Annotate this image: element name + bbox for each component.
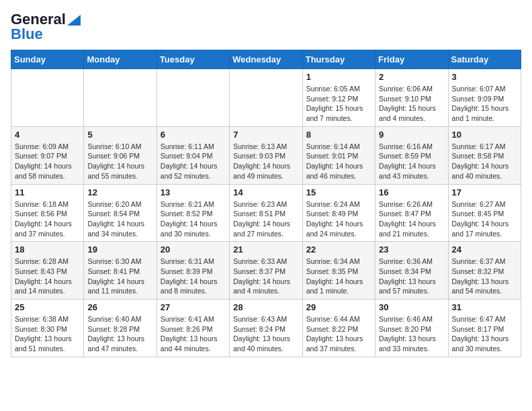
day-info: Sunrise: 6:13 AMSunset: 9:03 PMDaylight:…	[233, 142, 298, 181]
day-number: 2	[379, 72, 444, 82]
day-info: Sunrise: 6:23 AMSunset: 8:51 PMDaylight:…	[233, 199, 298, 239]
weekday-header-saturday: Saturday	[448, 50, 521, 69]
day-number: 3	[452, 72, 517, 82]
calendar-body: 1Sunrise: 6:05 AMSunset: 9:12 PMDaylight…	[11, 69, 521, 357]
calendar-cell: 30Sunrise: 6:46 AMSunset: 8:20 PMDayligh…	[375, 300, 448, 357]
logo-blue: Blue	[11, 26, 81, 43]
calendar-cell: 31Sunrise: 6:47 AMSunset: 8:17 PMDayligh…	[448, 300, 521, 357]
calendar-week-row: 11Sunrise: 6:18 AMSunset: 8:56 PMDayligh…	[11, 184, 521, 242]
calendar-cell: 4Sunrise: 6:09 AMSunset: 9:07 PMDaylight…	[11, 126, 84, 184]
calendar-cell: 8Sunrise: 6:14 AMSunset: 9:01 PMDaylight…	[302, 126, 375, 184]
calendar-week-row: 4Sunrise: 6:09 AMSunset: 9:07 PMDaylight…	[11, 126, 521, 184]
day-info: Sunrise: 6:31 AMSunset: 8:39 PMDaylight:…	[161, 257, 226, 296]
day-number: 30	[379, 302, 444, 312]
day-number: 13	[161, 187, 226, 197]
weekday-header-sunday: Sunday	[11, 50, 84, 69]
day-number: 1	[306, 72, 371, 82]
logo: General Blue	[11, 11, 81, 43]
day-number: 10	[452, 130, 517, 140]
calendar-cell: 12Sunrise: 6:20 AMSunset: 8:54 PMDayligh…	[84, 184, 157, 242]
logo-icon	[67, 15, 81, 26]
day-info: Sunrise: 6:27 AMSunset: 8:45 PMDaylight:…	[452, 199, 517, 239]
calendar-table: SundayMondayTuesdayWednesdayThursdayFrid…	[11, 50, 521, 357]
calendar-cell: 9Sunrise: 6:16 AMSunset: 8:59 PMDaylight…	[375, 126, 448, 184]
calendar-cell: 15Sunrise: 6:24 AMSunset: 8:49 PMDayligh…	[302, 184, 375, 242]
calendar-cell	[11, 69, 84, 127]
calendar-cell: 27Sunrise: 6:41 AMSunset: 8:26 PMDayligh…	[157, 300, 229, 357]
day-number: 27	[161, 302, 226, 312]
day-info: Sunrise: 6:28 AMSunset: 8:43 PMDaylight:…	[15, 257, 80, 296]
calendar-cell	[157, 69, 229, 127]
day-info: Sunrise: 6:40 AMSunset: 8:28 PMDaylight:…	[87, 314, 152, 354]
day-number: 26	[87, 302, 152, 312]
weekday-header-thursday: Thursday	[302, 50, 375, 69]
day-number: 18	[15, 244, 80, 255]
day-info: Sunrise: 6:06 AMSunset: 9:10 PMDaylight:…	[379, 84, 444, 124]
calendar-cell: 14Sunrise: 6:23 AMSunset: 8:51 PMDayligh…	[230, 184, 302, 242]
weekday-header-friday: Friday	[375, 50, 448, 69]
weekday-header-monday: Monday	[84, 50, 157, 69]
calendar-cell: 18Sunrise: 6:28 AMSunset: 8:43 PMDayligh…	[11, 242, 84, 300]
day-number: 25	[15, 302, 80, 312]
day-info: Sunrise: 6:41 AMSunset: 8:26 PMDaylight:…	[161, 314, 226, 354]
day-info: Sunrise: 6:46 AMSunset: 8:20 PMDaylight:…	[379, 314, 444, 354]
day-info: Sunrise: 6:33 AMSunset: 8:37 PMDaylight:…	[233, 257, 298, 296]
calendar-cell: 5Sunrise: 6:10 AMSunset: 9:06 PMDaylight…	[84, 126, 157, 184]
day-number: 22	[306, 244, 371, 255]
day-info: Sunrise: 6:24 AMSunset: 8:49 PMDaylight:…	[306, 199, 371, 239]
day-number: 19	[87, 244, 152, 255]
day-info: Sunrise: 6:43 AMSunset: 8:24 PMDaylight:…	[233, 314, 298, 354]
calendar-cell	[84, 69, 157, 127]
day-info: Sunrise: 6:34 AMSunset: 8:35 PMDaylight:…	[306, 257, 371, 296]
calendar-cell: 7Sunrise: 6:13 AMSunset: 9:03 PMDaylight…	[230, 126, 302, 184]
calendar-cell: 26Sunrise: 6:40 AMSunset: 8:28 PMDayligh…	[84, 300, 157, 357]
day-number: 17	[452, 187, 517, 197]
day-number: 11	[15, 187, 80, 197]
weekday-header-tuesday: Tuesday	[157, 50, 229, 69]
calendar-cell: 11Sunrise: 6:18 AMSunset: 8:56 PMDayligh…	[11, 184, 84, 242]
day-number: 8	[306, 130, 371, 140]
calendar-cell: 16Sunrise: 6:26 AMSunset: 8:47 PMDayligh…	[375, 184, 448, 242]
calendar-cell: 20Sunrise: 6:31 AMSunset: 8:39 PMDayligh…	[157, 242, 229, 300]
day-number: 21	[233, 244, 298, 255]
day-number: 24	[452, 244, 517, 255]
calendar-cell: 13Sunrise: 6:21 AMSunset: 8:52 PMDayligh…	[157, 184, 229, 242]
calendar-cell: 10Sunrise: 6:17 AMSunset: 8:58 PMDayligh…	[448, 126, 521, 184]
day-number: 29	[306, 302, 371, 312]
day-number: 31	[452, 302, 517, 312]
day-info: Sunrise: 6:36 AMSunset: 8:34 PMDaylight:…	[379, 257, 444, 296]
weekday-header-wednesday: Wednesday	[230, 50, 302, 69]
day-info: Sunrise: 6:07 AMSunset: 9:09 PMDaylight:…	[452, 84, 517, 124]
day-number: 9	[379, 130, 444, 140]
day-info: Sunrise: 6:37 AMSunset: 8:32 PMDaylight:…	[452, 257, 517, 296]
calendar-cell: 28Sunrise: 6:43 AMSunset: 8:24 PMDayligh…	[230, 300, 302, 357]
day-info: Sunrise: 6:26 AMSunset: 8:47 PMDaylight:…	[379, 199, 444, 239]
day-number: 4	[15, 130, 80, 140]
day-number: 16	[379, 187, 444, 197]
day-number: 6	[161, 130, 226, 140]
calendar-week-row: 18Sunrise: 6:28 AMSunset: 8:43 PMDayligh…	[11, 242, 521, 300]
svg-marker-0	[67, 15, 81, 26]
calendar-cell: 19Sunrise: 6:30 AMSunset: 8:41 PMDayligh…	[84, 242, 157, 300]
day-number: 14	[233, 187, 298, 197]
day-number: 12	[87, 187, 152, 197]
calendar-cell: 25Sunrise: 6:38 AMSunset: 8:30 PMDayligh…	[11, 300, 84, 357]
day-number: 15	[306, 187, 371, 197]
calendar-cell: 29Sunrise: 6:44 AMSunset: 8:22 PMDayligh…	[302, 300, 375, 357]
calendar-week-row: 25Sunrise: 6:38 AMSunset: 8:30 PMDayligh…	[11, 300, 521, 357]
calendar-cell: 2Sunrise: 6:06 AMSunset: 9:10 PMDaylight…	[375, 69, 448, 127]
calendar-cell	[230, 69, 302, 127]
calendar-cell: 23Sunrise: 6:36 AMSunset: 8:34 PMDayligh…	[375, 242, 448, 300]
calendar-header: SundayMondayTuesdayWednesdayThursdayFrid…	[11, 50, 521, 69]
day-info: Sunrise: 6:21 AMSunset: 8:52 PMDaylight:…	[161, 199, 226, 239]
day-info: Sunrise: 6:14 AMSunset: 9:01 PMDaylight:…	[306, 142, 371, 181]
day-info: Sunrise: 6:17 AMSunset: 8:58 PMDaylight:…	[452, 142, 517, 181]
calendar-cell: 21Sunrise: 6:33 AMSunset: 8:37 PMDayligh…	[230, 242, 302, 300]
day-info: Sunrise: 6:44 AMSunset: 8:22 PMDaylight:…	[306, 314, 371, 354]
page-header: General Blue	[11, 11, 521, 43]
day-info: Sunrise: 6:20 AMSunset: 8:54 PMDaylight:…	[87, 199, 152, 239]
calendar-cell: 3Sunrise: 6:07 AMSunset: 9:09 PMDaylight…	[448, 69, 521, 127]
day-number: 23	[379, 244, 444, 255]
calendar-week-row: 1Sunrise: 6:05 AMSunset: 9:12 PMDaylight…	[11, 69, 521, 127]
day-info: Sunrise: 6:11 AMSunset: 9:04 PMDaylight:…	[161, 142, 226, 181]
